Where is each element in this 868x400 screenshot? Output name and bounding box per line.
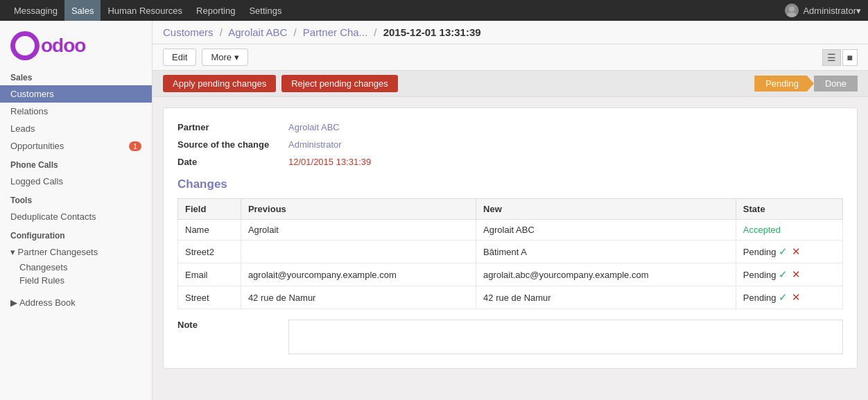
more-button[interactable]: More ▾ <box>202 49 248 66</box>
reject-row-button-2[interactable]: ✕ <box>792 268 801 280</box>
reject-row-button-1[interactable]: ✕ <box>792 245 801 257</box>
table-header-row: Field Previous New State <box>178 199 843 220</box>
user-menu[interactable]: Administrator ▾ <box>785 3 861 17</box>
sidebar-item-leads[interactable]: Leads <box>0 120 152 137</box>
partner-label: Partner <box>177 122 288 132</box>
source-field-row: Source of the change Administrator <box>177 139 843 150</box>
record-card: Partner Agrolait ABC Source of the chang… <box>163 107 858 369</box>
cell-state-1: Pending✓✕ <box>736 241 842 263</box>
table-row: NameAgrolaitAgrolait ABCAccepted <box>178 220 843 241</box>
accept-button-1[interactable]: ✓ <box>779 245 788 257</box>
logo: odoo <box>0 21 152 67</box>
cell-new-3: 42 rue de Namur <box>476 286 736 309</box>
edit-button[interactable]: Edit <box>163 49 196 66</box>
cell-previous-2: agrolait@yourcompany.example.com <box>241 263 476 286</box>
nav-reporting[interactable]: Reporting <box>189 0 242 21</box>
nav-sales[interactable]: Sales <box>64 0 101 21</box>
odoo-logo: odoo <box>10 31 85 60</box>
cell-previous-0: Agrolait <box>241 220 476 241</box>
logo-text: odoo <box>41 35 85 57</box>
section-configuration-label: Configuration <box>0 225 152 243</box>
nav-hr[interactable]: Human Resources <box>101 0 189 21</box>
date-label: Date <box>177 157 288 167</box>
nav-settings[interactable]: Settings <box>242 0 288 21</box>
form-view-button[interactable]: ■ <box>842 49 858 66</box>
sidebar-item-opportunities[interactable]: Opportunities 1 <box>0 137 152 155</box>
nav-messaging[interactable]: Messaging <box>7 0 64 21</box>
sidebar-item-customers[interactable]: Customers <box>0 85 152 103</box>
breadcrumb-partner-cha[interactable]: Partner Cha... <box>303 26 367 38</box>
changes-table: Field Previous New State NameAgrolaitAgr… <box>177 198 843 309</box>
sidebar-item-logged-calls[interactable]: Logged Calls <box>0 173 152 190</box>
col-new: New <box>476 199 736 220</box>
sidebar-item-relations[interactable]: Relations <box>0 103 152 120</box>
cell-field-0: Name <box>178 220 241 241</box>
partner-value[interactable]: Agrolait ABC <box>288 122 340 132</box>
cell-previous-3: 42 rue de Namur <box>241 286 476 309</box>
section-sales-label: Sales <box>0 67 152 85</box>
user-avatar <box>785 3 799 17</box>
accept-button-3[interactable]: ✓ <box>779 291 788 303</box>
user-name: Administrator <box>803 6 856 16</box>
cell-field-3: Street <box>178 286 241 309</box>
col-state: State <box>736 199 842 220</box>
sidebar-item-deduplicate[interactable]: Deduplicate Contacts <box>0 208 152 225</box>
logo-inner-circle <box>15 36 35 55</box>
table-row: Street2Bâtiment APending✓✕ <box>178 241 843 263</box>
note-section: Note <box>177 320 843 354</box>
opportunities-badge: 1 <box>129 141 141 151</box>
col-previous: Previous <box>241 199 476 220</box>
date-field-row: Date 12/01/2015 13:31:39 <box>177 157 843 167</box>
source-label: Source of the change <box>177 139 288 150</box>
cell-new-0: Agrolait ABC <box>476 220 736 241</box>
cell-state-2: Pending✓✕ <box>736 263 842 286</box>
svg-point-0 <box>789 6 795 12</box>
note-input[interactable] <box>288 320 843 354</box>
reject-pending-button[interactable]: Reject pending changes <box>281 75 398 92</box>
cell-state-0: Accepted <box>736 220 842 241</box>
list-view-button[interactable]: ☰ <box>822 49 841 66</box>
cell-field-2: Email <box>178 263 241 286</box>
sidebar-item-address-book[interactable]: ▶ Address Book <box>0 294 152 311</box>
table-row: Street42 rue de Namur42 rue de NamurPend… <box>178 286 843 309</box>
partner-field-row: Partner Agrolait ABC <box>177 122 843 132</box>
section-phonecalls-label: Phone Calls <box>0 155 152 173</box>
main-content: Customers / Agrolait ABC / Partner Cha..… <box>153 21 868 400</box>
logo-circle <box>10 31 40 60</box>
sidebar-item-changesets[interactable]: Changesets <box>0 261 152 274</box>
cell-new-2: agrolait.abc@yourcompany.example.com <box>476 263 736 286</box>
breadcrumb-customers[interactable]: Customers <box>163 26 214 38</box>
status-pills: Pending Done <box>754 76 858 92</box>
sidebar-item-partner-changesets[interactable]: ▾ Partner Changesets <box>0 243 152 261</box>
section-tools-label: Tools <box>0 190 152 208</box>
sidebar: odoo Sales Customers Relations Leads Opp… <box>0 21 153 400</box>
record-wrapper: Partner Agrolait ABC Source of the chang… <box>153 97 868 400</box>
table-row: Emailagrolait@yourcompany.example.comagr… <box>178 263 843 286</box>
status-pending: Pending <box>754 76 814 92</box>
svg-point-1 <box>787 12 797 17</box>
user-dropdown-icon: ▾ <box>856 6 861 16</box>
status-done: Done <box>814 76 858 92</box>
note-label: Note <box>177 320 288 330</box>
pending-bar: Apply pending changes Reject pending cha… <box>153 71 868 97</box>
cell-new-1: Bâtiment A <box>476 241 736 263</box>
cell-field-1: Street2 <box>178 241 241 263</box>
sidebar-item-field-rules[interactable]: Field Rules <box>0 274 152 287</box>
view-toggle: ☰ ■ <box>822 49 858 66</box>
accept-button-2[interactable]: ✓ <box>779 268 788 280</box>
reject-row-button-3[interactable]: ✕ <box>792 291 801 303</box>
breadcrumb-date: 2015-12-01 13:31:39 <box>383 26 481 38</box>
cell-previous-1 <box>241 241 476 263</box>
cell-state-3: Pending✓✕ <box>736 286 842 309</box>
col-field: Field <box>178 199 241 220</box>
toolbar: Edit More ▾ ☰ ■ <box>153 44 868 71</box>
changes-title: Changes <box>177 177 843 191</box>
apply-pending-button[interactable]: Apply pending changes <box>163 75 276 92</box>
breadcrumb: Customers / Agrolait ABC / Partner Cha..… <box>153 21 868 44</box>
top-navigation: Messaging Sales Human Resources Reportin… <box>0 0 868 21</box>
date-value: 12/01/2015 13:31:39 <box>288 157 371 167</box>
breadcrumb-agrolait[interactable]: Agrolait ABC <box>228 26 287 38</box>
source-value[interactable]: Administrator <box>288 139 342 150</box>
